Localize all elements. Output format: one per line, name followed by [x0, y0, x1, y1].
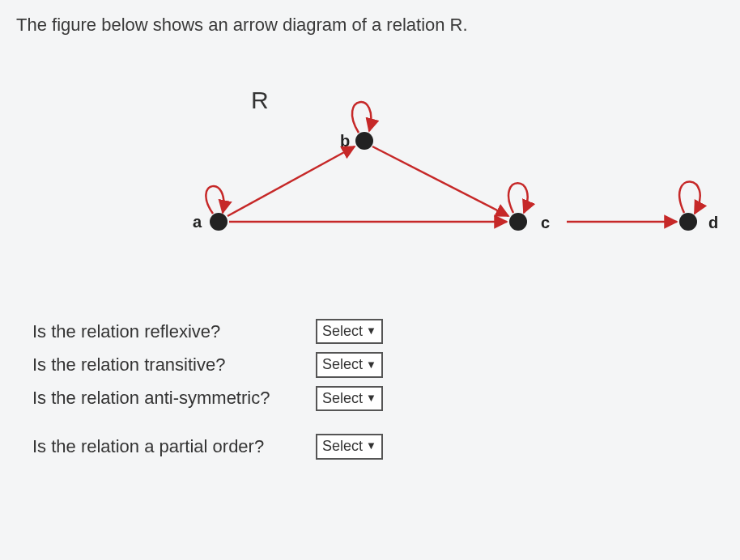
- loop-c: [508, 183, 528, 213]
- questions-block: Is the relation reflexive? Select ▼ Is t…: [32, 319, 724, 460]
- loop-a: [206, 186, 223, 214]
- select-antisymmetric[interactable]: Select ▼: [316, 386, 383, 411]
- node-a: [210, 213, 228, 231]
- loop-d: [679, 181, 700, 214]
- question-label: Is the relation a partial order?: [32, 436, 316, 457]
- node-label-c: c: [541, 214, 550, 231]
- chevron-down-icon: ▼: [366, 325, 376, 338]
- node-label-a: a: [193, 213, 202, 231]
- question-label: Is the relation reflexive?: [32, 321, 316, 342]
- node-c: [509, 213, 527, 231]
- select-partial-order[interactable]: Select ▼: [316, 434, 383, 459]
- node-d: [679, 213, 697, 231]
- select-value: Select: [322, 437, 363, 456]
- node-label-d: d: [708, 214, 718, 231]
- edge-b-c: [372, 146, 508, 216]
- select-value: Select: [322, 322, 363, 341]
- chevron-down-icon: ▼: [366, 392, 376, 405]
- question-prompt: The figure below shows an arrow diagram …: [16, 15, 724, 36]
- select-value: Select: [322, 389, 363, 408]
- loop-b: [352, 102, 371, 133]
- relation-label: R: [251, 87, 269, 113]
- select-transitive[interactable]: Select ▼: [316, 352, 383, 377]
- relation-diagram: R a b c d: [16, 60, 721, 286]
- question-row-transitive: Is the relation transitive? Select ▼: [32, 352, 724, 377]
- node-b: [355, 132, 373, 150]
- question-label: Is the relation anti-symmetric?: [32, 388, 316, 409]
- question-label: Is the relation transitive?: [32, 354, 316, 375]
- node-label-b: b: [340, 132, 350, 150]
- edge-a-b: [228, 146, 355, 216]
- question-row-antisymmetric: Is the relation anti-symmetric? Select ▼: [32, 386, 724, 411]
- chevron-down-icon: ▼: [366, 439, 376, 453]
- question-row-partial-order: Is the relation a partial order? Select …: [32, 434, 724, 459]
- question-row-reflexive: Is the relation reflexive? Select ▼: [32, 319, 724, 344]
- chevron-down-icon: ▼: [366, 358, 376, 372]
- select-reflexive[interactable]: Select ▼: [316, 319, 383, 344]
- select-value: Select: [322, 355, 363, 374]
